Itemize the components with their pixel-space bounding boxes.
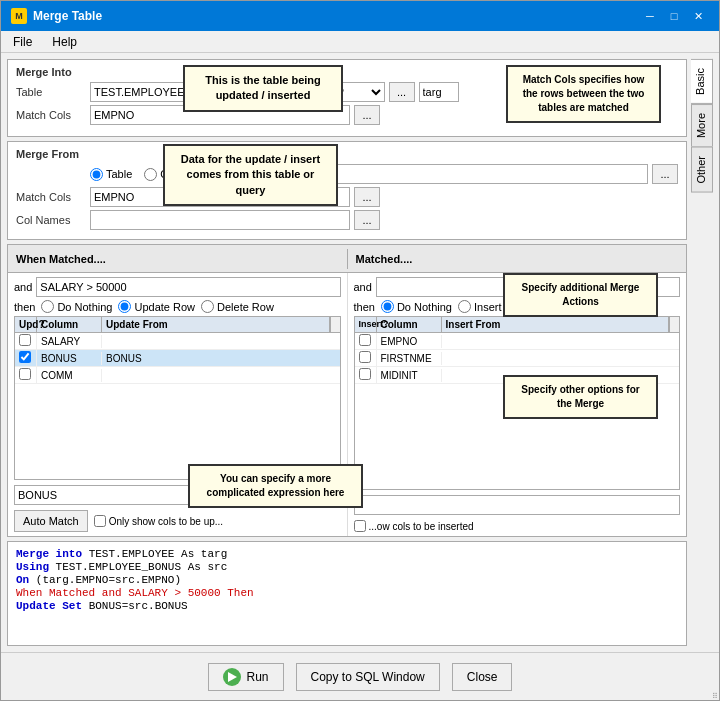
ins-from-midinit[interactable] bbox=[442, 374, 680, 376]
from-bonus[interactable]: BONUS bbox=[102, 352, 340, 365]
upd-checkbox-1[interactable] bbox=[19, 334, 31, 346]
sql-using-kw: Using bbox=[16, 561, 56, 573]
table-radio-input[interactable] bbox=[90, 168, 103, 181]
match-cols-label-into: Match Cols bbox=[16, 109, 86, 121]
table-label: Table bbox=[16, 86, 86, 98]
merge-from-browse-button[interactable]: ... bbox=[652, 164, 678, 184]
insert-row-radio[interactable] bbox=[458, 300, 471, 313]
not-matched-condition-input[interactable] bbox=[376, 277, 680, 297]
do-nothing-option-right[interactable]: Do Nothing bbox=[381, 300, 452, 313]
alias-input[interactable] bbox=[419, 82, 459, 102]
only-show-cols-checkbox-right[interactable] bbox=[354, 520, 366, 532]
col-names-input[interactable] bbox=[90, 210, 350, 230]
minimize-button[interactable]: ─ bbox=[639, 7, 661, 25]
col-bonus: BONUS bbox=[37, 352, 102, 365]
match-cols-from-input[interactable] bbox=[90, 187, 350, 207]
column-col-header: Column bbox=[37, 317, 102, 332]
query-radio-option[interactable]: Query bbox=[144, 168, 190, 181]
update-rows-container: SALARY BONUS BONUS CO bbox=[15, 333, 340, 479]
table-row: EMPNO bbox=[355, 333, 680, 350]
expression-input-right[interactable] bbox=[354, 495, 681, 515]
match-cols-into-browse[interactable]: ... bbox=[354, 105, 380, 125]
sql-update-kw: Update Set bbox=[16, 600, 89, 612]
resize-grip[interactable]: ⠿ bbox=[710, 691, 720, 701]
sql-on-kw: On bbox=[16, 574, 36, 586]
insert-check-header: Insert? bbox=[355, 317, 377, 332]
do-nothing-radio-right[interactable] bbox=[381, 300, 394, 313]
ins-checkbox-1[interactable] bbox=[359, 334, 371, 346]
sql-on-condition: (targ.EMPNO=src.EMPNO) bbox=[36, 574, 181, 586]
copy-to-sql-button[interactable]: Copy to SQL Window bbox=[296, 663, 440, 691]
ins-from-empno[interactable] bbox=[442, 340, 680, 342]
title-bar: M Merge Table ─ □ ✕ bbox=[1, 1, 719, 31]
insert-col-header: Column bbox=[377, 317, 442, 332]
only-show-cols-checkbox-left[interactable] bbox=[94, 515, 106, 527]
merge-from-table-input[interactable] bbox=[198, 164, 648, 184]
not-matched-action-row: then Do Nothing Insert Row bbox=[354, 300, 681, 313]
delete-row-option[interactable]: Delete Row bbox=[201, 300, 274, 313]
tab-basic[interactable]: Basic bbox=[691, 59, 713, 104]
upd-check-1 bbox=[15, 333, 37, 349]
update-columns-table: Upd? Column Update From SALARY bbox=[14, 316, 341, 480]
table-browse-button[interactable]: ... bbox=[389, 82, 415, 102]
run-button[interactable]: Run bbox=[208, 663, 284, 691]
auto-match-button[interactable]: Auto Match bbox=[14, 510, 88, 532]
query-radio-input[interactable] bbox=[144, 168, 157, 181]
insert-rows-container: EMPNO FIRSTNME MIDIN bbox=[355, 333, 680, 489]
do-nothing-radio-left[interactable] bbox=[41, 300, 54, 313]
only-show-cols-option-left[interactable]: Only show cols to be up... bbox=[94, 515, 224, 527]
ins-col-midinit: MIDINIT bbox=[377, 369, 442, 382]
tab-other[interactable]: Other bbox=[691, 147, 713, 193]
merge-into-table-input[interactable] bbox=[90, 82, 260, 102]
then-label-left: then bbox=[14, 301, 35, 313]
database-select[interactable]: DB2SAMP bbox=[285, 82, 385, 102]
when-matched-condition-input[interactable] bbox=[36, 277, 340, 297]
do-nothing-option-left[interactable]: Do Nothing bbox=[41, 300, 112, 313]
expression-input[interactable] bbox=[14, 485, 341, 505]
menu-help[interactable]: Help bbox=[48, 34, 81, 50]
when-matched-col: and then Do Nothing Update Row bbox=[8, 273, 348, 536]
sql-line-3: On (targ.EMPNO=src.EMPNO) bbox=[16, 574, 678, 586]
menu-file[interactable]: File bbox=[9, 34, 36, 50]
run-triangle bbox=[228, 672, 237, 682]
window-title: Merge Table bbox=[33, 9, 102, 23]
footer: Run Copy to SQL Window Close bbox=[1, 652, 719, 700]
match-cols-from-browse[interactable]: ... bbox=[354, 187, 380, 207]
sql-update-set: BONUS=src.BONUS bbox=[89, 600, 188, 612]
tab-more[interactable]: More bbox=[691, 104, 713, 147]
col-salary: SALARY bbox=[37, 335, 102, 348]
app-icon: M bbox=[11, 8, 27, 24]
from-salary[interactable] bbox=[102, 340, 340, 342]
maximize-button[interactable]: □ bbox=[663, 7, 685, 25]
col-names-row: Col Names ... bbox=[16, 210, 678, 230]
and-label-right: and bbox=[354, 281, 372, 293]
ins-col-empno: EMPNO bbox=[377, 335, 442, 348]
title-bar-left: M Merge Table bbox=[11, 8, 102, 24]
upd-checkbox-2[interactable] bbox=[19, 351, 31, 363]
merge-from-matchcols-row: Match Cols ... bbox=[16, 187, 678, 207]
update-row-option[interactable]: Update Row bbox=[118, 300, 195, 313]
source-type-radio-group: Table Query bbox=[90, 168, 190, 181]
title-bar-buttons: ─ □ ✕ bbox=[639, 7, 709, 25]
ins-from-firstnme[interactable] bbox=[442, 357, 680, 359]
insert-row-option[interactable]: Insert Row bbox=[458, 300, 527, 313]
match-cols-into-input[interactable] bbox=[90, 105, 350, 125]
sql-when-matched: When Matched and SALARY > 50000 Then bbox=[16, 587, 254, 599]
close-button[interactable]: Close bbox=[452, 663, 513, 691]
scrollbar-right[interactable] bbox=[669, 317, 679, 332]
upd-checkbox-3[interactable] bbox=[19, 368, 31, 380]
update-row-radio[interactable] bbox=[118, 300, 131, 313]
only-show-cols-option-right[interactable]: ...ow cols to be inserted bbox=[354, 520, 474, 532]
delete-row-radio[interactable] bbox=[201, 300, 214, 313]
menu-bar: File Help bbox=[1, 31, 719, 53]
ins-checkbox-2[interactable] bbox=[359, 351, 371, 363]
when-matched-action-row: then Do Nothing Update Row bbox=[14, 300, 341, 313]
from-comm[interactable] bbox=[102, 374, 340, 376]
merge-from-radio-row: Table Query ... bbox=[16, 164, 678, 184]
close-window-button[interactable]: ✕ bbox=[687, 7, 709, 25]
ins-checkbox-3[interactable] bbox=[359, 368, 371, 380]
scrollbar-left[interactable] bbox=[330, 317, 340, 332]
col-names-browse[interactable]: ... bbox=[354, 210, 380, 230]
table-radio-option[interactable]: Table bbox=[90, 168, 132, 181]
sql-line-4: When Matched and SALARY > 50000 Then bbox=[16, 587, 678, 599]
